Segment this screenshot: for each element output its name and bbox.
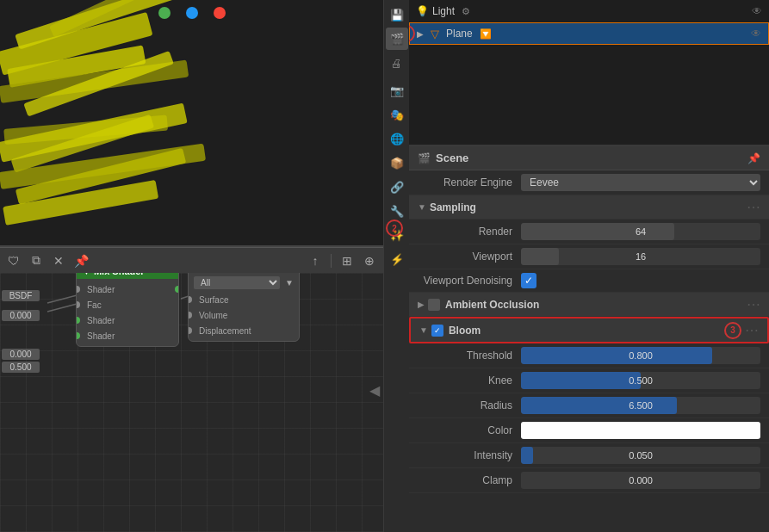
radius-text: 6.500: [521, 400, 760, 411]
render-value-text: 64: [521, 226, 760, 237]
bloom-arrow: ▼: [419, 325, 428, 335]
shader-toolbar: 🛡 ⧉ ✕ 📌 ↑ ⊞ ⊕: [0, 247, 383, 273]
bloom-checkbox[interactable]: ✓: [431, 325, 443, 337]
surface-socket: [188, 296, 192, 303]
left-panel: 🛡 ⧉ ✕ 📌 ↑ ⊞ ⊕ ◀ BSDF 0.000 0.000 0.500: [0, 0, 383, 532]
radius-bar[interactable]: 6.500: [521, 397, 760, 414]
sampling-section-header[interactable]: ▼ Sampling ⋯: [409, 195, 769, 220]
viewport-denoising-checkbox[interactable]: ✓: [521, 273, 536, 288]
snap-icon[interactable]: ⊞: [338, 252, 356, 269]
close-icon[interactable]: ✕: [50, 252, 67, 269]
radius-label: Radius: [418, 399, 521, 411]
toolbar-sep: [331, 254, 332, 268]
collapse-arrow[interactable]: ◀: [366, 378, 383, 401]
scene-title: Scene: [436, 152, 468, 164]
circle-badge-1: 1: [409, 25, 415, 42]
ao-title: Ambient Occlusion: [445, 299, 539, 311]
outliner-light-row[interactable]: 💡 Light ⚙ 👁: [409, 0, 769, 22]
pin-button[interactable]: 📌: [747, 152, 760, 164]
ambient-occlusion-header[interactable]: ▶ Ambient Occlusion ⋯: [409, 293, 769, 317]
sidebar-icon-scene[interactable]: 🎭: [386, 103, 408, 126]
outliner-plane-row[interactable]: 1 ▶ ▽ Plane 🔽 👁: [409, 22, 769, 45]
light-label: Light: [432, 5, 455, 17]
viewport-value-bar[interactable]: 16: [521, 248, 760, 265]
outliner-section: 💡 Light ⚙ 👁 1 ▶ ▽ Plane 🔽 👁: [409, 0, 769, 146]
dot-red: [214, 7, 226, 19]
threshold-text: 0.800: [521, 350, 760, 361]
properties-header: 🎬 Scene 📌: [409, 146, 769, 170]
circle-badge-3: 3: [724, 322, 741, 339]
material-output-dropdown[interactable]: All: [194, 276, 280, 289]
sidebar-icon-modifier[interactable]: 🔧: [386, 200, 408, 222]
knee-bar[interactable]: 0.500: [521, 372, 760, 389]
light-eye-icon[interactable]: 👁: [752, 5, 762, 17]
sidebar-icon-render[interactable]: 🎬: [386, 28, 408, 50]
snap-options-icon[interactable]: ⊕: [361, 252, 378, 269]
sampling-arrow: ▼: [418, 202, 426, 212]
volume-label: Volume: [199, 311, 227, 320]
sidebar-icon-save[interactable]: 💾: [386, 3, 408, 26]
threshold-bar[interactable]: 0.800: [521, 347, 760, 364]
fac-socket: [76, 301, 80, 308]
shader1-socket: [76, 317, 80, 324]
plane-expand-arrow: ▶: [417, 29, 424, 39]
light-settings-icon: ⚙: [462, 6, 470, 17]
mix-shader-label-text: Shader: [87, 285, 115, 294]
intensity-bar[interactable]: 0.050: [521, 447, 760, 464]
render-row: Render 64: [409, 220, 769, 244]
color-bar[interactable]: [521, 422, 760, 439]
color-label: Color: [418, 424, 521, 436]
sidebar-icon-physics[interactable]: ⚡: [386, 248, 408, 270]
icon-sidebar: 💾 🎬 🖨 📷 🎭 🌐 📦 🔗 🔧 ✨ ⚡: [383, 0, 409, 532]
threshold-label: Threshold: [418, 350, 521, 362]
render-engine-dropdown[interactable]: Eevee Cycles Workbench: [521, 174, 760, 191]
mix-shader-label-socket: [76, 286, 80, 293]
ao-checkbox[interactable]: [428, 299, 440, 311]
bloom-dots[interactable]: ⋯: [745, 322, 759, 338]
left-values: BSDF 0.000 0.000 0.500: [2, 290, 40, 373]
bloom-title: Bloom: [449, 325, 481, 337]
light-icon: 💡: [416, 5, 429, 17]
brush-strokes: [0, 0, 383, 245]
sidebar-icon-object[interactable]: 📦: [386, 152, 408, 174]
material-output-body: All ▼ Surface Volume Displacement: [189, 272, 299, 341]
dot-blue: [186, 7, 198, 19]
clamp-bar[interactable]: 0.000: [521, 472, 760, 489]
viewport-3d[interactable]: [0, 0, 383, 245]
shader2-label: Shader: [87, 331, 115, 341]
value-bsdf: BSDF: [2, 290, 40, 301]
ao-dots[interactable]: ⋯: [747, 296, 760, 312]
shader2-socket: [76, 332, 80, 339]
viewport-dots: [158, 7, 226, 19]
checkbox-check: ✓: [524, 275, 533, 287]
sidebar-icon-output[interactable]: 🖨: [386, 52, 408, 74]
color-row: Color: [409, 418, 769, 443]
clamp-label: Clamp: [418, 474, 521, 486]
intensity-row: Intensity 0.050: [409, 443, 769, 468]
mix-shader-node[interactable]: ▼ Mix Shader Shader Fac Shader Shad: [76, 263, 179, 347]
circle-badge-2: 2: [386, 220, 403, 237]
sampling-dots[interactable]: ⋯: [747, 199, 760, 215]
render-engine-row: Render Engine Eevee Cycles Workbench: [409, 170, 769, 195]
render-value-bar[interactable]: 64: [521, 223, 760, 240]
sidebar-icon-world[interactable]: 🌐: [386, 127, 408, 150]
dot-green: [158, 7, 171, 19]
shader-editor[interactable]: 🛡 ⧉ ✕ 📌 ↑ ⊞ ⊕ ◀ BSDF 0.000 0.000 0.500: [0, 247, 383, 532]
knee-text: 0.500: [521, 375, 760, 386]
pin-icon[interactable]: 📌: [72, 252, 90, 269]
viewport-value-text: 16: [521, 251, 760, 262]
plane-filter-icon: 🔽: [480, 28, 492, 40]
value-000b: 0.000: [2, 349, 40, 360]
shield-icon[interactable]: 🛡: [5, 252, 22, 269]
arrow-up-icon[interactable]: ↑: [307, 252, 324, 269]
plane-icon: ▽: [431, 28, 439, 40]
plane-eye-icon[interactable]: 👁: [751, 28, 761, 40]
sidebar-icon-constraint[interactable]: 🔗: [386, 176, 408, 198]
mix-shader-out-socket: [175, 286, 179, 293]
sidebar-icon-viewlayer[interactable]: 📷: [386, 79, 408, 102]
bloom-section-header[interactable]: ▼ ✓ Bloom 3 ⋯: [409, 317, 769, 343]
value-05: 0.500: [2, 362, 40, 373]
copy-icon[interactable]: ⧉: [28, 252, 45, 269]
displacement-socket: [188, 327, 192, 334]
fac-label: Fac: [87, 300, 102, 310]
